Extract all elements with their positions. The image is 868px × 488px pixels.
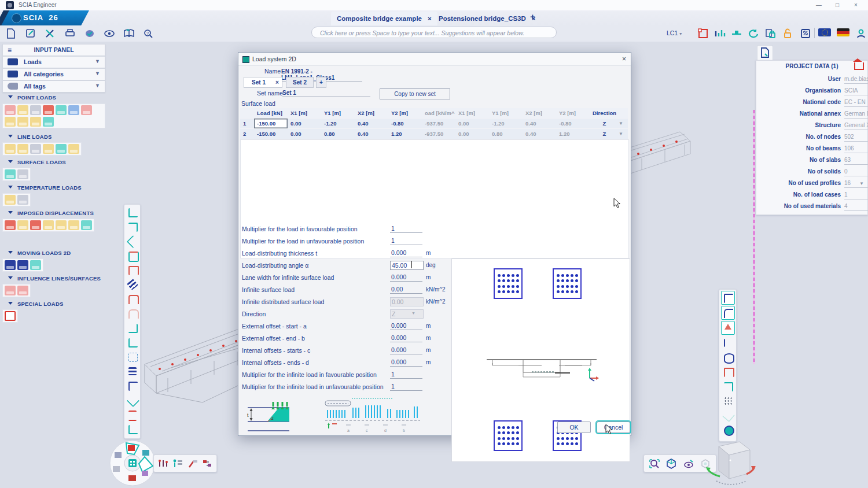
col-header[interactable]: X2 [m] xyxy=(355,108,388,118)
load-distributing-thickness-input[interactable] xyxy=(390,249,422,257)
navigation-cube[interactable] xyxy=(701,435,759,488)
load-case-selector[interactable]: LC1 ▾ xyxy=(667,29,682,36)
point-load-icon-7[interactable] xyxy=(81,105,92,115)
load-distributing-angle-input[interactable] xyxy=(390,261,424,270)
line-load-icon-1[interactable] xyxy=(5,144,16,154)
point-load-icon-3[interactable] xyxy=(30,105,41,115)
layers-icon[interactable] xyxy=(126,364,139,378)
curved-beam-icon[interactable] xyxy=(721,306,735,320)
maximize-button[interactable]: □ xyxy=(829,1,846,9)
unlock-icon[interactable] xyxy=(781,28,794,39)
text-tool-icon[interactable] xyxy=(126,379,139,393)
cancel-button[interactable]: Cancel xyxy=(597,422,630,433)
moving-load-icon-2[interactable] xyxy=(17,260,28,270)
refresh-icon[interactable] xyxy=(747,28,760,39)
influence-line-icon-1[interactable] xyxy=(5,286,16,295)
member-1d-icon[interactable] xyxy=(721,291,735,305)
section-point-loads[interactable]: POINT LOADS xyxy=(2,93,104,102)
print-icon[interactable] xyxy=(64,28,76,39)
infinite-surface-load-input[interactable] xyxy=(390,285,422,294)
move-node-icon[interactable] xyxy=(126,422,139,436)
ok-button[interactable]: OK xyxy=(557,422,591,433)
col-header[interactable]: Y2 [m] xyxy=(388,108,422,118)
section-level-icon[interactable] xyxy=(730,28,743,39)
point-load-icon-1[interactable] xyxy=(5,105,16,115)
temperature-load-icon-1[interactable] xyxy=(5,195,16,205)
internal-offset-end-input[interactable] xyxy=(390,358,422,367)
point-support-icon[interactable] xyxy=(126,205,139,219)
close-button[interactable]: × xyxy=(847,1,865,9)
col-header[interactable]: X2 [m] xyxy=(523,108,556,118)
imposed-displacement-icon-3[interactable] xyxy=(30,220,41,230)
imposed-displacement-icon-6[interactable] xyxy=(68,220,79,230)
lane-width-input[interactable] xyxy=(390,273,422,282)
view-cube-icon[interactable] xyxy=(665,458,678,469)
arch-icon[interactable] xyxy=(126,306,139,320)
cell-x2[interactable]: 0.40 xyxy=(355,129,388,139)
profile-tool-icon[interactable] xyxy=(201,459,213,469)
document-tab-composite-bridge[interactable]: Composite bridge example× xyxy=(331,12,437,25)
curved-member-icon[interactable] xyxy=(126,249,139,263)
member-end-icon[interactable] xyxy=(721,379,735,393)
filter-tags[interactable]: All tags ▼ xyxy=(2,80,105,93)
help-search-icon[interactable]: ? xyxy=(142,28,155,39)
vertical-dimension-icon[interactable] xyxy=(721,336,735,350)
check-structure-icon[interactable] xyxy=(126,393,139,407)
imposed-displacement-icon-2[interactable] xyxy=(17,220,28,230)
moving-load-icon-1[interactable] xyxy=(5,260,16,270)
align-nodes-icon[interactable] xyxy=(126,350,139,364)
surface-load-icon-1[interactable] xyxy=(5,169,16,179)
tab-close-icon[interactable]: × xyxy=(428,15,432,22)
col-header[interactable]: Direction xyxy=(590,108,616,118)
point-load-icon-11[interactable] xyxy=(43,117,54,127)
brand-tab[interactable]: SCIA 26 xyxy=(3,10,95,25)
col-header[interactable]: X1 [m] xyxy=(288,108,321,118)
filter-loads[interactable]: Loads ▼ xyxy=(2,56,105,68)
cell-x1[interactable]: 0.00 xyxy=(288,129,321,139)
edit-icon[interactable] xyxy=(24,28,37,39)
section-moving-loads-2d[interactable]: MOVING LOADS 2D xyxy=(2,249,104,258)
set-name-input[interactable]: Set 1 xyxy=(282,90,370,97)
temperature-load-icon-2[interactable] xyxy=(17,195,28,205)
point-load-icon-2[interactable] xyxy=(17,105,28,115)
cell-y2[interactable]: -0.80 xyxy=(388,119,422,128)
influence-line-icon-2[interactable] xyxy=(17,286,28,295)
home-icon[interactable] xyxy=(854,62,864,70)
grid-tool-icon[interactable] xyxy=(172,459,183,469)
line-load-icon-4[interactable] xyxy=(43,144,54,154)
multiplier-favourable-input[interactable] xyxy=(390,224,422,233)
external-offset-start-input[interactable] xyxy=(390,321,422,330)
structure-select[interactable]: General XYZ xyxy=(844,122,868,130)
section-influence-lines[interactable]: INFLUENCE LINES/SURFACES xyxy=(2,274,104,283)
visibility-settings-icon[interactable] xyxy=(682,458,695,469)
point-load-icon-8[interactable] xyxy=(5,117,16,127)
set2-tab[interactable]: Set 2 xyxy=(286,77,314,88)
delete-icon[interactable] xyxy=(126,408,139,422)
imposed-displacement-icon-5[interactable] xyxy=(56,220,67,230)
zoom-selection-icon[interactable] xyxy=(648,458,661,469)
update-model-icon[interactable] xyxy=(83,28,96,39)
frame-icon[interactable] xyxy=(126,292,139,306)
brush-icon[interactable] xyxy=(126,278,139,291)
set1-tab[interactable]: Set 1 xyxy=(244,77,274,88)
moving-load-icon-3[interactable] xyxy=(30,260,41,270)
dialog-titlebar[interactable]: Load system 2D × xyxy=(238,53,631,66)
col-header[interactable]: oad [kN/m^ xyxy=(422,108,455,118)
visibility-icon[interactable] xyxy=(103,28,116,39)
multiplier-unfavourable-input[interactable] xyxy=(390,236,422,245)
eu-flag-icon[interactable] xyxy=(818,28,831,36)
external-offset-end-input[interactable] xyxy=(390,334,422,342)
table-row[interactable]: 2 -150.00 0.00 0.80 0.40 1.20 -937.50 0.… xyxy=(240,129,628,139)
cell-y2[interactable]: 1.20 xyxy=(388,129,422,139)
set1-tab-close-icon[interactable]: × xyxy=(273,77,282,88)
surface-load-icon-2[interactable] xyxy=(17,169,28,179)
expand-view-icon[interactable] xyxy=(799,28,812,39)
support-icon[interactable] xyxy=(721,321,735,335)
col-header[interactable]: Y1 [m] xyxy=(321,108,355,118)
multiplier-infinite-favourable-input[interactable] xyxy=(390,370,422,379)
imposed-displacement-icon-4[interactable] xyxy=(43,220,54,230)
point-load-icon-9[interactable] xyxy=(17,117,28,127)
cell-y1[interactable]: 0.80 xyxy=(321,129,355,139)
section-temperature-loads[interactable]: TEMPERATURE LOADS xyxy=(2,183,104,193)
col-header[interactable]: X1 [m] xyxy=(455,108,489,118)
